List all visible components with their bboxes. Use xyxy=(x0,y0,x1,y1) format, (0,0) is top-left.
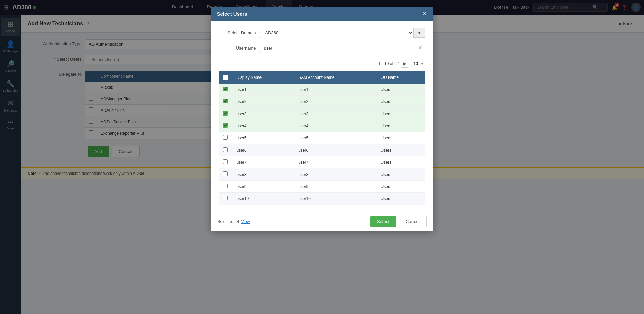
select-button[interactable]: Select xyxy=(370,216,396,227)
username-clear-icon[interactable]: ✕ xyxy=(416,43,425,53)
modal-footer: Selected - 4 View Select Cancel xyxy=(211,212,433,231)
modal-cancel-button[interactable]: Cancel xyxy=(399,216,426,227)
modal-body: Select Domain AD360 ▼ Username ✕ xyxy=(211,21,433,212)
sam-account-header: SAM Account Name xyxy=(294,71,376,84)
pagination-row: 1 - 10 of 62 ▶ 10 xyxy=(219,58,425,70)
user-display-name-7: user8 xyxy=(233,168,295,181)
ou-name-header: OU Name xyxy=(377,71,425,84)
user-checkbox-cell-9 xyxy=(219,193,233,205)
user-table-row: user7 user7 Users xyxy=(219,156,425,168)
user-table-row: user6 user6 Users xyxy=(219,144,425,156)
username-label: Username xyxy=(219,45,256,51)
user-checkbox-cell-5 xyxy=(219,144,233,156)
user-sam-account-5: user6 xyxy=(294,144,376,156)
user-sam-account-8: user9 xyxy=(294,181,376,193)
next-page-button[interactable]: ▶ xyxy=(401,60,409,68)
user-checkbox-cell-6 xyxy=(219,156,233,168)
username-input-wrap: ✕ xyxy=(260,43,425,53)
select-all-header xyxy=(219,71,233,84)
user-display-name-8: user9 xyxy=(233,181,295,193)
user-table-row: user4 user4 Users xyxy=(219,120,425,132)
user-table-row: user2 user2 Users xyxy=(219,96,425,108)
display-name-header: Display Name xyxy=(233,71,295,84)
user-checkbox-cell-0 xyxy=(219,84,233,96)
user-table-row: user8 user8 Users xyxy=(219,168,425,181)
domain-field: AD360 ▼ xyxy=(260,28,425,38)
modal-close-button[interactable]: ✕ xyxy=(422,11,427,17)
users-table-header: Display Name SAM Account Name OU Name xyxy=(219,71,425,84)
user-display-name-4: user5 xyxy=(233,132,295,144)
user-checkbox-1[interactable] xyxy=(223,99,228,103)
user-ou-4: Users xyxy=(377,132,425,144)
user-checkbox-cell-8 xyxy=(219,181,233,193)
user-display-name-1: user2 xyxy=(233,96,295,108)
user-checkbox-0[interactable] xyxy=(223,87,228,91)
select-users-modal: Select Users ✕ Select Domain AD360 ▼ Use… xyxy=(211,7,433,231)
user-checkbox-6[interactable] xyxy=(223,159,228,164)
user-sam-account-2: user3 xyxy=(294,108,376,120)
user-checkbox-8[interactable] xyxy=(223,184,228,188)
user-display-name-6: user7 xyxy=(233,156,295,168)
domain-select[interactable]: AD360 xyxy=(260,28,414,38)
user-table-row: user1 user1 Users xyxy=(219,84,425,96)
user-checkbox-9[interactable] xyxy=(223,196,228,200)
domain-label: Select Domain xyxy=(219,30,256,35)
footer-buttons: Select Cancel xyxy=(370,216,427,227)
user-checkbox-cell-7 xyxy=(219,168,233,181)
user-ou-1: Users xyxy=(377,96,425,108)
select-all-checkbox[interactable] xyxy=(223,75,228,80)
user-ou-3: Users xyxy=(377,120,425,132)
per-page-select[interactable]: 10 xyxy=(411,60,425,67)
user-ou-9: Users xyxy=(377,193,425,205)
user-table-row: user3 user3 Users xyxy=(219,108,425,120)
user-checkbox-5[interactable] xyxy=(223,147,228,152)
user-checkbox-cell-3 xyxy=(219,120,233,132)
user-display-name-0: user1 xyxy=(233,84,295,96)
domain-row: Select Domain AD360 ▼ xyxy=(219,28,425,38)
user-sam-account-9: user10 xyxy=(294,193,376,205)
user-ou-6: Users xyxy=(377,156,425,168)
user-sam-account-1: user2 xyxy=(294,96,376,108)
username-row: Username ✕ xyxy=(219,43,425,53)
user-ou-7: Users xyxy=(377,168,425,181)
user-checkbox-4[interactable] xyxy=(223,135,228,140)
modal-title: Select Users xyxy=(217,11,247,17)
user-table-row: user5 user5 Users xyxy=(219,132,425,144)
username-input[interactable] xyxy=(260,43,416,53)
user-ou-2: Users xyxy=(377,108,425,120)
user-display-name-3: user4 xyxy=(233,120,295,132)
user-sam-account-3: user4 xyxy=(294,120,376,132)
user-ou-8: Users xyxy=(377,181,425,193)
modal-overlay: Select Users ✕ Select Domain AD360 ▼ Use… xyxy=(0,0,644,314)
user-table-row: user9 user9 Users xyxy=(219,181,425,193)
user-display-name-5: user6 xyxy=(233,144,295,156)
user-ou-0: Users xyxy=(377,84,425,96)
user-checkbox-7[interactable] xyxy=(223,171,228,176)
users-table: Display Name SAM Account Name OU Name us… xyxy=(219,71,425,205)
user-checkbox-cell-2 xyxy=(219,108,233,120)
user-sam-account-7: user8 xyxy=(294,168,376,181)
user-display-name-2: user3 xyxy=(233,108,295,120)
user-sam-account-0: user1 xyxy=(294,84,376,96)
user-checkbox-3[interactable] xyxy=(223,123,228,128)
username-field: ✕ xyxy=(260,43,425,53)
user-checkbox-cell-1 xyxy=(219,96,233,108)
user-sam-account-4: user5 xyxy=(294,132,376,144)
user-checkbox-2[interactable] xyxy=(223,111,228,116)
modal-header: Select Users ✕ xyxy=(211,7,433,21)
selected-count-label: Selected - 4 xyxy=(218,219,239,224)
user-sam-account-6: user7 xyxy=(294,156,376,168)
view-link[interactable]: View xyxy=(241,219,250,224)
user-checkbox-cell-4 xyxy=(219,132,233,144)
user-display-name-9: user10 xyxy=(233,193,295,205)
domain-dropdown-btn[interactable]: ▼ xyxy=(414,28,425,38)
user-table-row: user10 user10 Users xyxy=(219,193,425,205)
selected-info: Selected - 4 View xyxy=(218,219,250,224)
user-ou-5: Users xyxy=(377,144,425,156)
page-info: 1 - 10 of 62 xyxy=(378,61,399,66)
